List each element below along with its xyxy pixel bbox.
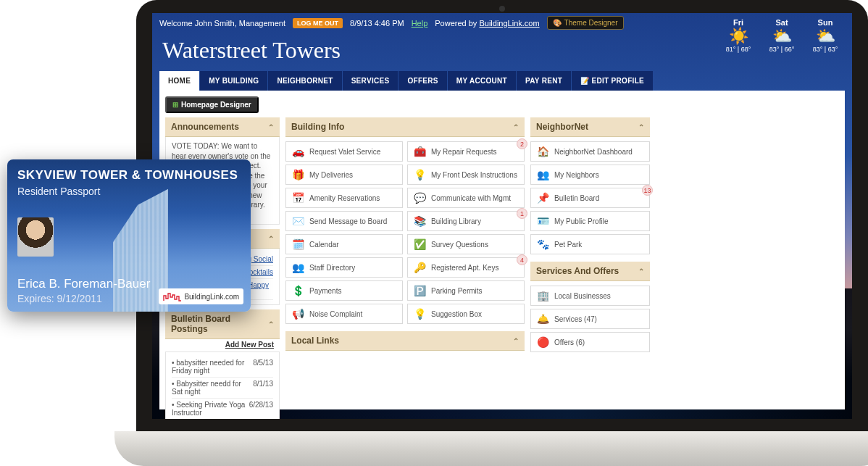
tile-icon: 🏢 bbox=[536, 290, 549, 301]
tile-label: My Repair Requests bbox=[431, 148, 497, 156]
tile-label: My Front Desk Instructions bbox=[431, 171, 517, 179]
tile-icon: ✅ bbox=[413, 238, 426, 250]
building-info-right: 🧰 My Repair Requests 2💡 My Front Desk In… bbox=[407, 141, 525, 324]
tile-icon: 🚗 bbox=[291, 146, 304, 157]
tile-services-47-[interactable]: 🛎️ Services (47) bbox=[530, 309, 650, 329]
homepage-designer-button[interactable]: Homepage Designer bbox=[165, 96, 259, 113]
tab-neighbornet[interactable]: NEIGHBORNET bbox=[268, 71, 341, 91]
tab-my-building[interactable]: MY BUILDING bbox=[200, 71, 267, 91]
tile-building-library[interactable]: 📚 Building Library 1 bbox=[407, 211, 525, 231]
theme-designer-button[interactable]: Theme Designer bbox=[547, 16, 624, 30]
tab-services[interactable]: SERVICES bbox=[343, 71, 398, 91]
tile-icon: 👥 bbox=[536, 169, 549, 180]
neighbornet-header[interactable]: NeighborNet bbox=[530, 117, 650, 137]
powered-link[interactable]: BuildingLink.com bbox=[479, 19, 539, 28]
tile-survey-questions[interactable]: ✅ Survey Questions bbox=[407, 234, 525, 254]
tab-home[interactable]: HOME bbox=[159, 71, 199, 91]
bulletin-date: 8/1/13 bbox=[253, 380, 273, 396]
tile-badge: 1 bbox=[517, 208, 527, 219]
tile-icon: 📚 bbox=[413, 215, 426, 227]
tile-suggestion-box[interactable]: 💡 Suggestion Box bbox=[407, 304, 525, 324]
card-brand: BuildingLink.com bbox=[159, 288, 243, 304]
tile-label: Payments bbox=[309, 287, 341, 295]
avatar bbox=[17, 217, 54, 257]
tile-noise-complaint[interactable]: 📢 Noise Complaint bbox=[285, 304, 403, 324]
tile-label: Offers (6) bbox=[554, 338, 585, 346]
tile-label: Building Library bbox=[431, 217, 481, 225]
tab-my-account[interactable]: MY ACCOUNT bbox=[448, 71, 516, 91]
tile-local-businesses[interactable]: 🏢 Local Businesses bbox=[530, 286, 650, 306]
tile-label: Calendar bbox=[309, 241, 339, 249]
tile-send-message-to-board[interactable]: ✉️ Send Message to Board bbox=[285, 211, 403, 231]
theme-designer-label: Theme Designer bbox=[564, 19, 618, 27]
services-offers-header[interactable]: Services And Offers bbox=[530, 262, 650, 281]
tile-neighbornet-dashboard[interactable]: 🏠 NeighborNet Dashboard bbox=[530, 141, 650, 162]
building-info-header[interactable]: Building Info bbox=[285, 117, 525, 137]
tile-bulletin-board[interactable]: 📌 Bulletin Board 13 bbox=[530, 188, 650, 208]
tile-pet-park[interactable]: 🐾 Pet Park bbox=[530, 234, 650, 254]
screen: Welcome John Smith, Management LOG ME OU… bbox=[152, 13, 852, 419]
tile-registered-apt-keys[interactable]: 🔑 Registered Apt. Keys 4 bbox=[407, 257, 525, 278]
tile-my-neighbors[interactable]: 👥 My Neighbors bbox=[530, 165, 650, 185]
local-links-header[interactable]: Local Links bbox=[285, 331, 525, 351]
card-expires: Expires: 9/12/2011 bbox=[17, 293, 102, 304]
tile-calendar[interactable]: 🗓️ Calendar bbox=[285, 234, 403, 254]
tile-amenity-reservations[interactable]: 📅 Amenity Reservations bbox=[285, 188, 403, 208]
tile-icon: 🗓️ bbox=[291, 238, 304, 250]
bulletin-item[interactable]: • Babysitter needd for Sat night8/1/13 bbox=[172, 378, 273, 399]
tile-parking-permits[interactable]: 🅿️ Parking Permits bbox=[407, 280, 525, 301]
bulletin-list: • babysitter needed for Friday night8/5/… bbox=[165, 351, 280, 419]
announcements-header[interactable]: Announcements bbox=[165, 117, 280, 137]
tile-offers-6-[interactable]: 🔴 Offers (6) bbox=[530, 332, 650, 352]
tile-badge: 13 bbox=[642, 185, 653, 196]
tile-label: Suggestion Box bbox=[431, 310, 482, 318]
tile-label: Services (47) bbox=[554, 315, 597, 323]
services-offers-title: Services And Offers bbox=[536, 266, 619, 276]
tile-badge: 4 bbox=[517, 254, 527, 265]
tile-label: Parking Permits bbox=[431, 287, 483, 295]
tile-my-front-desk-instructions[interactable]: 💡 My Front Desk Instructions bbox=[407, 165, 525, 185]
tile-icon: 💡 bbox=[413, 308, 426, 320]
laptop-base bbox=[114, 431, 868, 466]
bulletin-item[interactable]: • babysitter needed for Friday night8/5/… bbox=[172, 357, 273, 378]
tile-staff-directory[interactable]: 👥 Staff Directory bbox=[285, 257, 403, 278]
tile-icon: 💬 bbox=[413, 192, 426, 204]
tile-request-valet-service[interactable]: 🚗 Request Valet Service bbox=[285, 141, 403, 162]
camera-icon bbox=[499, 6, 505, 12]
bulletin-label: • babysitter needed for Friday night bbox=[172, 359, 253, 375]
bulletin-date: 6/28/13 bbox=[249, 401, 273, 417]
tile-label: Local Businesses bbox=[554, 292, 611, 300]
tab-pay-rent[interactable]: PAY RENT bbox=[517, 71, 571, 91]
neighbornet-title: NeighborNet bbox=[536, 122, 588, 132]
content-panel: Homepage Designer Announcements VOTE TOD… bbox=[159, 91, 845, 409]
site-title: Waterstreet Towers bbox=[152, 33, 852, 71]
tile-label: Send Message to Board bbox=[309, 217, 387, 225]
local-links-title: Local Links bbox=[291, 336, 339, 346]
tile-label: Registered Apt. Keys bbox=[431, 264, 498, 272]
tile-icon: 🪪 bbox=[536, 215, 549, 227]
weather-day-label: Sat bbox=[765, 18, 798, 27]
bulletin-item[interactable]: • Seeking Private Yoga Instructor6/28/13 bbox=[172, 399, 273, 419]
powered-prefix: Powered by bbox=[435, 19, 479, 28]
services-offers-list: 🏢 Local Businesses 🛎️ Services (47) 🔴 Of… bbox=[530, 286, 650, 352]
logout-button[interactable]: LOG ME OUT bbox=[293, 18, 343, 28]
tab-edit-profile[interactable]: EDIT PROFILE bbox=[572, 71, 653, 91]
tile-my-public-profile[interactable]: 🪪 My Public Profile bbox=[530, 211, 650, 231]
bulletin-header[interactable]: Bulletin Board Postings bbox=[165, 309, 280, 339]
tile-icon: ✉️ bbox=[291, 215, 304, 227]
add-post-link[interactable]: Add New Post bbox=[225, 341, 274, 349]
tile-my-repair-requests[interactable]: 🧰 My Repair Requests 2 bbox=[407, 141, 525, 162]
tile-label: NeighborNet Dashboard bbox=[554, 148, 633, 156]
tile-label: Bulletin Board bbox=[554, 194, 599, 202]
tile-my-deliveries[interactable]: 🎁 My Deliveries bbox=[285, 165, 403, 185]
help-link[interactable]: Help bbox=[412, 19, 428, 28]
tile-icon: 👥 bbox=[291, 262, 304, 273]
card-header: SKYVIEW TOWER & TOWNHOUSES Resident Pass… bbox=[7, 159, 251, 199]
weather-day-label: Fri bbox=[722, 18, 755, 27]
bulletin-label: • Seeking Private Yoga Instructor bbox=[172, 401, 249, 417]
welcome-text: Welcome John Smith, Management bbox=[159, 19, 285, 28]
card-title: SKYVIEW TOWER & TOWNHOUSES bbox=[17, 168, 241, 183]
tile-communicate-with-mgmt[interactable]: 💬 Communicate with Mgmt bbox=[407, 188, 525, 208]
tab-offers[interactable]: OFFERS bbox=[398, 71, 446, 91]
tile-payments[interactable]: 💲 Payments bbox=[285, 280, 403, 301]
